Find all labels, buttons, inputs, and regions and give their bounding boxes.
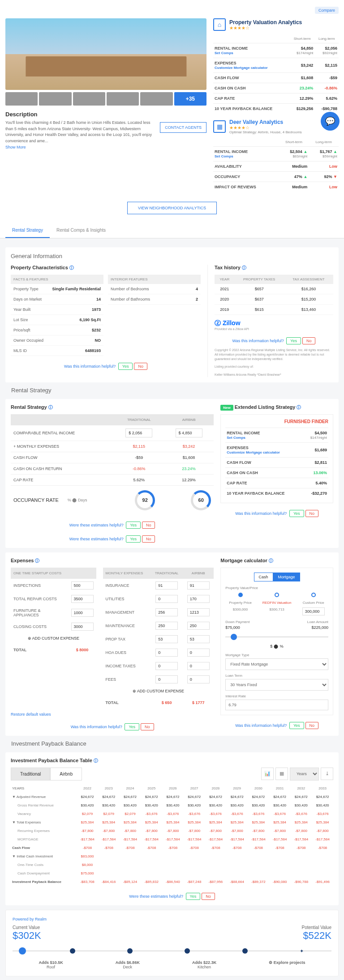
exp-title: Expenses [11, 558, 34, 563]
helpful-est: Were these estimates helpful? [129, 894, 183, 899]
rs-title: Rental Strategy [11, 404, 47, 410]
no-button[interactable]: No [202, 893, 215, 900]
export-icon[interactable]: ⤓ [321, 768, 333, 780]
helpful-q: Was this information helpful? [232, 339, 284, 343]
dp-label: Down Payment [225, 620, 249, 624]
broker: Keller Williams Arizona Realty *David Br… [215, 373, 333, 377]
radio-custom[interactable] [311, 593, 316, 597]
yes-button[interactable]: Yes [289, 510, 304, 517]
pb-tab-traditional[interactable]: Traditional [11, 768, 50, 781]
thumb[interactable] [107, 92, 139, 106]
yes-button[interactable]: Yes [126, 535, 141, 543]
yes-button[interactable]: Yes [289, 722, 304, 729]
potential-label: Potential Value [301, 925, 331, 930]
description-text: You'll love this charming 4 Bed / 2 Bath… [5, 120, 155, 144]
helpful-q: Was this information helpful? [235, 511, 287, 516]
tab-rental-comps[interactable]: Rental Comps & Insights [50, 223, 112, 238]
val-redfin: $300,713 [262, 607, 292, 615]
strategy-table: TRADITIONALAIRBNBCOMPARABLE RENTAL INCOM… [11, 414, 214, 486]
helpful-est: Were these estimates helpful? [69, 537, 124, 541]
opt-price: Property Price [225, 601, 255, 605]
thumb[interactable] [140, 92, 172, 106]
info-icon[interactable]: ⓘ [269, 558, 273, 563]
info-icon[interactable]: ⓘ [297, 405, 301, 410]
new-badge: New [220, 405, 233, 411]
radio-redfin[interactable] [275, 593, 279, 597]
helpful-q: Was this information helpful? [235, 723, 287, 728]
tax-title: Tax history [215, 265, 241, 270]
mt-label: Mortgage Type [225, 653, 328, 657]
la-label: Loan Amount [307, 620, 328, 624]
info-icon[interactable]: ⓘ [35, 558, 39, 563]
chars-title: Property Characteristics [11, 265, 68, 270]
thumb[interactable] [73, 92, 105, 106]
realm-timeline: ✦ [13, 950, 331, 951]
show-more-link[interactable]: Show More [5, 145, 26, 149]
current-value: $302K [13, 930, 41, 942]
chart-icon[interactable]: 📊 [261, 768, 274, 780]
description-title: Description [5, 111, 206, 118]
pv-label: Property Value/Price [225, 586, 328, 590]
custom-price-input[interactable] [302, 607, 325, 615]
no-button[interactable]: No [142, 535, 155, 543]
no-button[interactable]: No [305, 722, 319, 729]
current-label: Current Value [13, 925, 41, 930]
property-icon: ⌂ [213, 18, 226, 31]
contact-agents-button[interactable]: CONTACT AGENTS [160, 122, 206, 133]
disclaimer: Copyright © 2022 Arizona Regional Multip… [215, 348, 333, 361]
zillow-logo[interactable]: ⓩ Zillow [215, 319, 333, 327]
startup-table: ONE TIME STARTUP COSTSINSPECTIONSTOTAL R… [11, 568, 96, 655]
valuation-table: Short-termLong-termRENTAL INCOMESet Comp… [213, 34, 339, 114]
neighborhood-table: Short-termLong-termRENTAL INCOMESet Comp… [213, 138, 339, 192]
thumb[interactable] [5, 92, 38, 106]
neighborhood-title[interactable]: Deer Valley Analytics [229, 119, 302, 125]
section-payback: Investment Payback Balance [0, 740, 344, 747]
pct-toggle[interactable]: % [280, 644, 284, 649]
zillow-sub: Provided via a Zillow API [215, 327, 333, 331]
pb-tab-airbnb[interactable]: Airbnb [50, 768, 82, 781]
info-icon[interactable]: ⓘ [69, 265, 74, 270]
calc-cash[interactable]: Cash [254, 573, 273, 581]
view-neighborhood-button[interactable]: VIEW NEIGHBORHOOD ANALYTICS [127, 202, 217, 214]
years-select[interactable]: Years [290, 768, 319, 781]
realm-item[interactable]: Adds $6.86KDeck [116, 960, 140, 969]
thumb[interactable] [39, 92, 71, 106]
mortgage-type-select[interactable]: Fixed Rate Mortgage [225, 658, 328, 670]
realm-item[interactable]: Adds $22.3KKitchen [192, 960, 216, 969]
interest-rate-input[interactable] [225, 700, 328, 710]
no-button[interactable]: No [142, 522, 155, 529]
no-button[interactable]: No [134, 363, 147, 370]
ir-label: Interest Rate [225, 694, 328, 698]
compare-button[interactable]: Compare [315, 7, 339, 14]
valuation-stars: ★★★★☆ [229, 25, 302, 30]
yes-button[interactable]: Yes [286, 337, 301, 344]
loan-term-select[interactable]: 30 Years Fixed [225, 679, 328, 691]
realm-item[interactable]: ⚙ Explore projects [269, 960, 305, 969]
occ-traditional: 92 [135, 490, 155, 510]
yes-button[interactable]: Yes [118, 363, 133, 370]
no-button[interactable]: No [305, 510, 319, 517]
radio-property-price[interactable] [238, 593, 243, 597]
no-button[interactable]: No [141, 723, 154, 730]
tabs: Rental Strategy Rental Comps & Insights [0, 223, 344, 238]
intercom-button[interactable]: 💬 [321, 112, 340, 131]
payback-title: Investment Payback Balance Table [11, 758, 92, 763]
no-button[interactable]: No [302, 337, 316, 344]
table-icon[interactable]: ▦ [275, 768, 288, 780]
courtesy: Listing provided courtesy of: [215, 365, 333, 369]
info-icon[interactable]: ⓘ [242, 265, 246, 270]
more-photos-button[interactable]: +35 [174, 92, 206, 106]
realm-item[interactable]: Adds $10.5KRoof [39, 960, 63, 969]
calc-mortgage[interactable]: Mortgage [273, 573, 300, 581]
dp-slider[interactable] [225, 636, 328, 637]
info-icon[interactable]: ⓘ [94, 758, 98, 763]
tab-rental-strategy[interactable]: Rental Strategy [5, 223, 50, 238]
occ-label: OCCUPANCY RATE [13, 497, 59, 503]
val-price: $300,000 [225, 607, 255, 615]
yes-button[interactable]: Yes [125, 723, 139, 730]
info-icon[interactable]: ⓘ [48, 405, 53, 410]
restore-link[interactable]: Restore default values [11, 712, 51, 717]
yes-button[interactable]: Yes [186, 893, 201, 900]
hero-image[interactable] [5, 18, 206, 90]
yes-button[interactable]: Yes [126, 522, 141, 529]
